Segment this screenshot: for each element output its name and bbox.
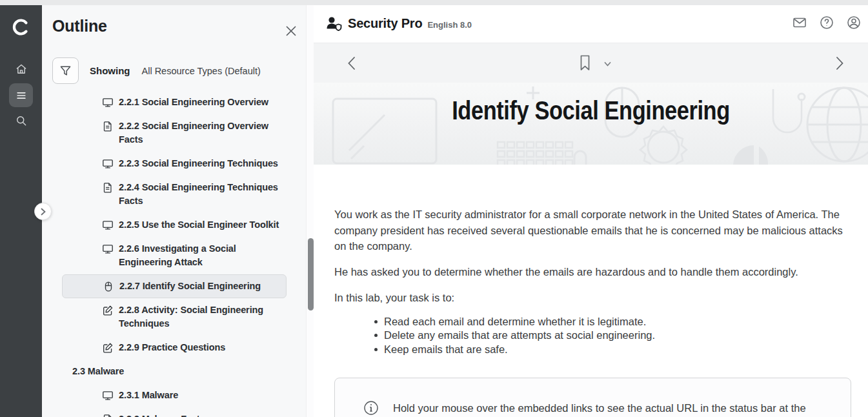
c-logo-icon — [10, 16, 32, 38]
edit-icon — [102, 342, 114, 354]
app-header: Security Pro English 8.0 — [314, 5, 868, 43]
outline-item-label: 2.2.6 Investigating a Social Engineering… — [119, 242, 281, 269]
lesson-navbar — [314, 43, 868, 83]
outline-scrollbar-thumb[interactable] — [308, 238, 314, 310]
outline-item-label: 2.2.5 Use the Social Engineer Toolkit — [119, 218, 279, 232]
header-actions — [792, 15, 862, 30]
outline-item[interactable]: 2.2.2 Social Engineering Overview Facts — [62, 114, 287, 152]
outline-item[interactable]: 2.2.9 Practice Questions — [62, 336, 287, 360]
mouse-icon — [103, 281, 114, 292]
close-icon — [285, 25, 298, 37]
outline-item-label: 2.2.4 Social Engineering Techniques Fact… — [119, 181, 281, 208]
task-list: Read each email and determine whether it… — [374, 315, 655, 356]
product-edition: English 8.0 — [427, 20, 472, 30]
home-button[interactable] — [9, 57, 33, 81]
help-button[interactable] — [819, 15, 834, 30]
mail-icon — [792, 15, 807, 30]
info-icon — [363, 400, 379, 416]
task-item: Keep emails that are safe. — [374, 343, 655, 356]
outline-list: 2.2.1 Social Engineering Overview2.2.2 S… — [62, 90, 287, 417]
lesson-title: Identify Social Engineering — [358, 96, 824, 125]
outline-item-label: 2.2.3 Social Engineering Techniques — [119, 157, 278, 170]
search-button[interactable] — [9, 108, 33, 132]
outline-item[interactable]: 2.2.4 Social Engineering Techniques Fact… — [62, 176, 287, 213]
outline-close-button[interactable] — [282, 22, 300, 40]
document-icon — [102, 121, 114, 132]
edit-icon — [102, 305, 114, 316]
search-icon — [15, 114, 28, 127]
previous-button[interactable] — [343, 55, 359, 72]
help-icon — [819, 15, 834, 30]
note-box: Hold your mouse over the embedded links … — [334, 378, 851, 417]
menu-icon — [15, 89, 28, 102]
monitor-icon — [102, 97, 114, 108]
filter-funnel-icon — [59, 65, 72, 77]
monitor-icon — [102, 219, 114, 231]
outline-item[interactable]: 2.2.7 Identify Social Engineering — [62, 274, 287, 298]
task-item: Read each email and determine whether it… — [374, 315, 655, 329]
outline-item[interactable]: 2.2.1 Social Engineering Overview — [62, 90, 287, 114]
note-text: Hold your mouse over the embedded links … — [393, 400, 831, 417]
lesson-paragraph: You work as the IT security administrato… — [334, 207, 845, 254]
mail-button[interactable] — [792, 15, 807, 30]
document-icon — [102, 182, 114, 194]
chevron-left-icon — [347, 56, 356, 70]
product-brand: Security Pro English 8.0 — [325, 14, 472, 32]
outline-item-label: 2.2.9 Practice Questions — [119, 341, 225, 354]
chevron-right-icon — [836, 56, 844, 70]
lesson-paragraph: He has asked you to determine whether th… — [334, 264, 845, 280]
outline-item-label: 2.3.1 Malware — [119, 389, 178, 402]
outline-scrollbar-track[interactable] — [306, 5, 314, 417]
outline-panel-title: Outline — [52, 17, 107, 36]
monitor-icon — [102, 390, 114, 402]
main-area: Security Pro English 8.0 — [314, 5, 868, 417]
filter-value[interactable]: All Resource Types (Default) — [142, 66, 261, 76]
monitor-icon — [102, 243, 114, 255]
outline-item-label: 2.2.8 Activity: Social Engineering Techn… — [119, 303, 281, 331]
lesson-banner: Identify Social Engineering — [314, 83, 868, 165]
product-name: Security Pro — [348, 16, 422, 31]
account-button[interactable] — [846, 15, 862, 30]
outline-item[interactable]: 2.3.1 Malware — [62, 383, 287, 407]
outline-item[interactable]: 2.2.3 Social Engineering Techniques — [62, 152, 287, 176]
outline-item-label: 2.2.7 Identify Social Engineering — [119, 280, 261, 293]
outline-toggle-button[interactable] — [9, 83, 33, 107]
chevron-down-icon[interactable] — [603, 59, 612, 68]
outline-item-label: 2.3 Malware — [72, 365, 124, 378]
filter-row: Showing All Resource Types (Default) — [52, 57, 261, 84]
document-icon — [102, 414, 114, 417]
task-item: Delete any emails that are attempts at s… — [374, 329, 655, 342]
outline-panel: Outline Showing All Resource Types (Defa… — [42, 5, 314, 417]
outline-item[interactable]: 2.3.2 Malware Facts — [62, 407, 287, 417]
home-icon — [15, 63, 28, 76]
window-top-strip — [0, 0, 868, 5]
outline-item-label: 2.3.2 Malware Facts — [119, 412, 205, 417]
outline-section-header[interactable]: 2.3 Malware — [62, 360, 287, 383]
bookmark-group — [578, 54, 612, 72]
panel-expand-button[interactable] — [34, 203, 52, 220]
outline-item-label: 2.2.2 Social Engineering Overview Facts — [119, 119, 281, 147]
bookmark-icon[interactable] — [578, 54, 592, 72]
lesson-paragraph: In this lab, your task is to: — [334, 290, 845, 306]
next-button[interactable] — [832, 55, 847, 72]
monitor-icon — [102, 158, 114, 170]
app-logo[interactable] — [0, 10, 42, 44]
filter-showing-label: Showing — [90, 65, 130, 76]
chevron-right-icon — [40, 208, 46, 216]
app-window: Outline Showing All Resource Types (Defa… — [0, 0, 868, 417]
security-pro-logo-icon — [325, 14, 343, 32]
outline-item[interactable]: 2.2.5 Use the Social Engineer Toolkit — [62, 213, 287, 237]
outline-item[interactable]: 2.2.8 Activity: Social Engineering Techn… — [62, 298, 287, 336]
account-icon — [846, 15, 862, 30]
outline-item[interactable]: 2.2.6 Investigating a Social Engineering… — [62, 237, 287, 274]
filter-button[interactable] — [52, 57, 79, 84]
outline-item-label: 2.2.1 Social Engineering Overview — [119, 96, 268, 109]
